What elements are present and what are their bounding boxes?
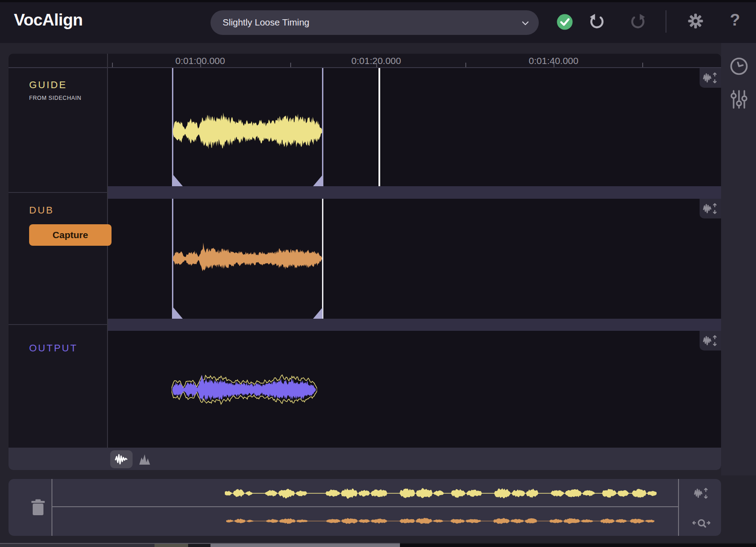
clock-icon <box>729 56 749 76</box>
guide-track-sublabel: FROM SIDECHAIN <box>29 95 82 101</box>
chevron-down-icon <box>522 21 529 26</box>
confirm-button[interactable] <box>556 13 573 30</box>
track-gap <box>108 186 721 199</box>
delete-capture-button[interactable] <box>25 496 52 519</box>
guide-selection-start-handle[interactable] <box>173 175 183 186</box>
timeline-ruler[interactable]: 0:01:00.000 0:01:20.000 0:01:40.000 <box>9 54 721 68</box>
timing-options-button[interactable] <box>729 56 749 76</box>
view-mode-toolbar <box>9 448 721 470</box>
dub-wave-zoom-button[interactable] <box>700 199 721 218</box>
dub-track-label: DUB <box>29 205 54 216</box>
waveform-view-button[interactable] <box>110 450 133 468</box>
undo-button[interactable] <box>588 13 606 30</box>
spectrum-icon <box>138 453 154 466</box>
waveform-icon <box>115 453 128 465</box>
vocalign-window: VocAlign Slightly Loose Timing <box>0 0 756 547</box>
faders-icon <box>729 90 749 109</box>
redo-button[interactable] <box>629 13 647 30</box>
wave-zoom-icon <box>702 202 718 215</box>
overview-wave-zoom-button[interactable] <box>687 486 715 500</box>
undo-icon <box>588 13 606 30</box>
output-track-area[interactable] <box>108 331 721 448</box>
preset-dropdown[interactable]: Slightly Loose Timing <box>210 10 539 35</box>
label-column-divider <box>107 54 108 470</box>
window-bottom-edge <box>0 543 756 547</box>
guide-selection-start-line[interactable] <box>172 68 173 186</box>
top-bar: VocAlign Slightly Loose Timing <box>0 0 756 43</box>
label-column-separator <box>9 324 108 325</box>
check-circle-icon <box>556 13 573 30</box>
guide-selection-end-line[interactable] <box>322 68 323 186</box>
output-track-label: OUTPUT <box>29 342 77 354</box>
overview-horizontal-zoom-button[interactable] <box>687 517 716 531</box>
guide-track-area[interactable] <box>108 68 721 186</box>
overview-divider <box>678 479 679 536</box>
redo-icon <box>629 13 647 30</box>
overview-scrub-area[interactable] <box>52 479 678 536</box>
tracks-panel: 0:01:00.000 0:01:20.000 0:01:40.000 GUID… <box>9 54 721 470</box>
settings-button[interactable] <box>688 13 703 29</box>
guide-wave-zoom-button[interactable] <box>700 68 721 88</box>
alignment-settings-button[interactable] <box>729 90 749 109</box>
overview-row-divider <box>52 506 678 507</box>
window-top-edge <box>0 0 756 2</box>
spectrum-view-button[interactable] <box>137 452 155 466</box>
label-column-separator <box>9 192 108 193</box>
playhead[interactable] <box>378 68 380 186</box>
trash-icon <box>30 499 46 517</box>
preset-value: Slightly Loose Timing <box>223 17 309 28</box>
guide-selection-end-handle[interactable] <box>313 175 322 186</box>
gear-icon <box>688 13 703 29</box>
zoom-horizontal-icon <box>691 518 712 530</box>
wave-zoom-icon <box>702 72 718 84</box>
dub-selection-end-handle[interactable] <box>313 308 322 319</box>
overview-panel <box>9 479 721 536</box>
wave-zoom-icon <box>702 334 718 347</box>
help-button[interactable]: ? <box>727 11 743 30</box>
guide-track-label: GUIDE <box>29 79 67 91</box>
output-wave-zoom-button[interactable] <box>700 331 721 350</box>
dub-track-area[interactable] <box>108 199 721 319</box>
capture-button[interactable]: Capture <box>29 224 112 246</box>
dub-selection-end-line[interactable] <box>322 199 323 319</box>
dub-selection-start-handle[interactable] <box>173 308 183 319</box>
toolbar-divider <box>666 10 666 33</box>
track-gap <box>108 319 721 331</box>
wave-zoom-icon <box>693 487 709 500</box>
dub-selection-start-line[interactable] <box>172 199 173 319</box>
app-logo: VocAlign <box>14 11 83 30</box>
